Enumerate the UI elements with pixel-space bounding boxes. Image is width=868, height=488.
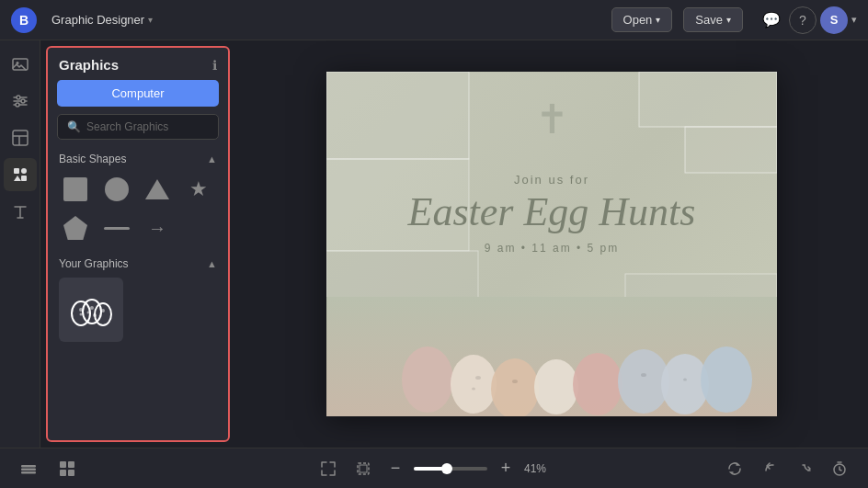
svg-rect-43	[21, 471, 36, 474]
search-placeholder: Search Graphics	[86, 120, 168, 133]
shape-triangle[interactable]	[141, 173, 174, 206]
sidebar-item-image[interactable]	[4, 48, 37, 81]
svg-point-39	[641, 373, 646, 377]
shape-line[interactable]	[100, 211, 133, 244]
user-avatar[interactable]: S	[820, 6, 848, 34]
svg-rect-6	[14, 168, 19, 174]
poster-title-text: Easter Egg Hunts	[326, 190, 777, 234]
shapes-grid: ★ →	[48, 169, 228, 252]
svg-point-19	[99, 315, 102, 318]
topbar: B Graphic Designer ▾ Open ▾ Save ▾ 💬 ? S…	[0, 0, 868, 40]
svg-rect-47	[68, 470, 74, 476]
crop-icon-button[interactable]	[349, 455, 377, 482]
your-graphics-title: Your Graphics	[59, 257, 129, 270]
svg-point-13	[79, 308, 83, 312]
save-button[interactable]: Save ▾	[683, 7, 743, 32]
expand-icon-button[interactable]	[314, 455, 342, 482]
svg-point-35	[701, 346, 752, 413]
zoom-in-button[interactable]: +	[495, 458, 517, 480]
svg-rect-20	[326, 72, 469, 159]
chat-icon-button[interactable]: 💬	[758, 6, 785, 34]
bottombar-left	[15, 455, 81, 482]
zoom-percent: 41%	[524, 462, 554, 475]
svg-rect-22	[685, 127, 777, 173]
svg-point-17	[93, 313, 97, 317]
svg-point-15	[90, 306, 94, 310]
search-icon: 🔍	[67, 120, 81, 133]
sidebar-item-text[interactable]	[4, 195, 37, 228]
search-graphics-input[interactable]: 🔍 Search Graphics	[57, 114, 219, 140]
svg-point-37	[472, 388, 475, 391]
svg-point-38	[512, 380, 518, 383]
svg-point-29	[451, 355, 497, 414]
user-chevron-icon[interactable]: ▾	[851, 14, 857, 26]
zoom-slider[interactable]	[414, 467, 487, 471]
poster-text-area: Join us for Easter Egg Hunts 9 am • 11 a…	[326, 173, 777, 255]
canvas-wrapper: ✝ Join us for Easter Egg Hunts 9 am • 11…	[326, 72, 777, 416]
open-button[interactable]: Open ▾	[611, 7, 673, 32]
svg-rect-46	[60, 470, 66, 476]
svg-point-2	[17, 96, 20, 99]
bottombar: − + 41%	[0, 448, 868, 488]
bottombar-right	[721, 455, 853, 482]
svg-rect-49	[360, 465, 367, 472]
open-chevron-icon: ▾	[656, 15, 660, 25]
save-chevron-icon: ▾	[726, 15, 731, 25]
timer-icon-button[interactable]	[826, 455, 853, 482]
icon-sidebar	[0, 40, 40, 448]
your-graphics-section-header: Your Graphics ▲	[48, 252, 228, 274]
svg-point-32	[573, 353, 622, 415]
undo-button[interactable]	[756, 455, 783, 482]
svg-rect-44	[60, 461, 66, 468]
shape-square[interactable]	[59, 173, 92, 206]
app-name-chevron-icon: ▾	[148, 15, 153, 25]
shape-arrow[interactable]: →	[141, 211, 174, 244]
panel-title: Graphics	[59, 57, 119, 73]
computer-button[interactable]: Computer	[57, 80, 219, 107]
canvas-area[interactable]: ✝ Join us for Easter Egg Hunts 9 am • 11…	[235, 40, 868, 448]
zoom-out-button[interactable]: −	[384, 458, 406, 480]
svg-point-12	[95, 303, 111, 325]
poster-cross-icon: ✝	[535, 99, 569, 140]
layers-icon-button[interactable]	[15, 455, 42, 482]
bottombar-center: − + 41%	[314, 455, 554, 482]
app-name-dropdown[interactable]: Graphic Designer ▾	[44, 9, 160, 30]
shape-star[interactable]: ★	[182, 173, 215, 206]
sidebar-item-graphics[interactable]	[4, 158, 37, 191]
svg-marker-8	[14, 176, 21, 181]
svg-point-30	[491, 358, 539, 416]
svg-point-28	[402, 346, 453, 413]
app-logo[interactable]: B	[11, 7, 37, 33]
poster-join-text: Join us for	[326, 173, 777, 187]
your-graphics-toggle[interactable]: ▲	[207, 258, 217, 269]
graphics-panel: Graphics ℹ Computer 🔍 Search Graphics Ba…	[46, 46, 230, 442]
help-icon-button[interactable]: ?	[789, 6, 817, 34]
grid-icon-button[interactable]	[53, 455, 81, 482]
sidebar-item-adjust[interactable]	[4, 85, 37, 118]
svg-rect-0	[13, 59, 28, 70]
svg-rect-5	[13, 131, 28, 145]
basic-shapes-section-header: Basic Shapes ▲	[48, 147, 228, 169]
poster: ✝ Join us for Easter Egg Hunts 9 am • 11…	[326, 72, 777, 416]
svg-point-3	[21, 99, 25, 103]
svg-rect-21	[639, 72, 777, 127]
svg-point-18	[101, 309, 105, 312]
info-icon[interactable]: ℹ	[212, 58, 217, 73]
main-area: Graphics ℹ Computer 🔍 Search Graphics Ba…	[0, 40, 868, 448]
svg-rect-9	[21, 176, 27, 181]
svg-point-7	[21, 168, 27, 174]
graphic-item-eggs[interactable]	[59, 278, 123, 342]
poster-eggs-photo	[326, 297, 777, 416]
redo-button[interactable]	[791, 455, 818, 482]
shape-pentagon[interactable]	[59, 211, 92, 244]
svg-rect-42	[21, 468, 36, 471]
refresh-icon-button[interactable]	[721, 455, 748, 482]
sidebar-item-layout[interactable]	[4, 121, 37, 154]
basic-shapes-toggle[interactable]: ▲	[207, 153, 217, 165]
svg-point-16	[87, 312, 90, 314]
panel-header: Graphics ℹ	[48, 48, 228, 80]
svg-point-14	[80, 313, 83, 316]
your-graphics-grid	[48, 274, 228, 351]
svg-point-31	[534, 359, 578, 414]
shape-circle[interactable]	[100, 173, 133, 206]
